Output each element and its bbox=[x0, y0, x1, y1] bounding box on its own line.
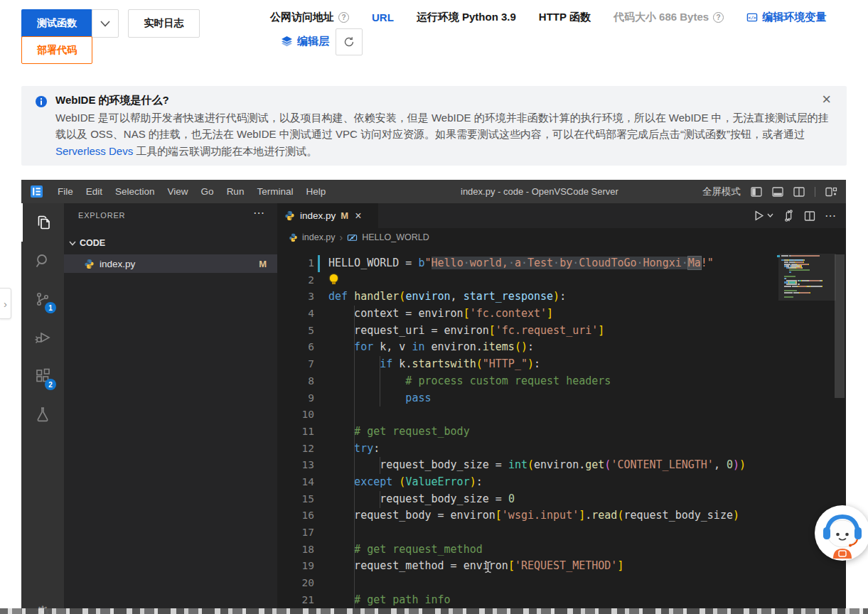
info-icon bbox=[36, 96, 47, 107]
search-icon[interactable] bbox=[21, 242, 64, 280]
line-number: 7 bbox=[277, 356, 328, 373]
tab-indexpy[interactable]: index.py M × bbox=[277, 203, 378, 228]
edit-env-vars-link[interactable]: </> 编辑环境变量 bbox=[746, 11, 826, 24]
http-function-label: HTTP 函数 bbox=[539, 11, 591, 24]
more-actions-icon[interactable]: ⋯ bbox=[253, 206, 264, 220]
line-number: 11 bbox=[277, 424, 328, 441]
line-number: 14 bbox=[277, 474, 328, 491]
code-line[interactable]: 3def handler(environ, start_response): bbox=[277, 289, 846, 306]
code-line[interactable]: 12 try: bbox=[277, 441, 846, 458]
public-url-label: 公网访问地址 bbox=[270, 11, 334, 24]
source-control-badge: 1 bbox=[45, 302, 56, 313]
code-line[interactable]: 9 pass bbox=[277, 390, 846, 407]
toggle-sidebar-icon[interactable] bbox=[751, 186, 762, 198]
titlebar: FileEditSelectionViewGoRunTerminalHelp i… bbox=[21, 180, 846, 203]
svg-text:</>: </> bbox=[749, 15, 756, 20]
menu-file[interactable]: File bbox=[51, 180, 80, 203]
breadcrumb-file[interactable]: index.py bbox=[302, 232, 336, 242]
tab-bar: index.py M × bbox=[277, 203, 846, 228]
page: 测试函数 实时日志 部署代码 公网访问地址 ? URL 运行环境 Python … bbox=[0, 0, 868, 614]
explorer-sidebar: EXPLORER ⋯ CODE index.py M bbox=[64, 203, 277, 614]
refresh-button[interactable] bbox=[336, 28, 363, 55]
code-line[interactable]: 13 request_body_size = int(environ.get('… bbox=[277, 457, 846, 474]
testing-icon[interactable] bbox=[21, 395, 64, 433]
split-editor-icon[interactable] bbox=[804, 210, 815, 222]
menu-terminal[interactable]: Terminal bbox=[250, 180, 299, 203]
banner-text: 工具的端云联调功能在本地进行测试。 bbox=[133, 145, 317, 157]
python-file-icon bbox=[284, 210, 295, 221]
code-line[interactable]: 7 if k.startswith("HTTP_"): bbox=[277, 356, 846, 373]
realtime-log-button[interactable]: 实时日志 bbox=[128, 9, 200, 38]
close-icon[interactable]: × bbox=[822, 90, 831, 109]
code-line[interactable]: 21 # get path info bbox=[277, 592, 846, 609]
edit-layer-link[interactable]: 编辑层 bbox=[281, 35, 329, 48]
code-line[interactable]: 6 for k, v in environ.items(): bbox=[277, 339, 846, 356]
code-editor[interactable]: 1HELLO_WORLD = b"Hello·world,·a·Test·by·… bbox=[277, 247, 846, 614]
help-icon[interactable]: ? bbox=[338, 12, 349, 23]
menu-run[interactable]: Run bbox=[220, 180, 251, 203]
minimap[interactable] bbox=[781, 255, 833, 298]
line-number: 18 bbox=[277, 542, 328, 559]
modified-badge: M bbox=[259, 259, 267, 269]
explorer-icon[interactable] bbox=[21, 203, 64, 242]
extensions-icon[interactable]: 2 bbox=[21, 357, 64, 395]
openvscode-logo-icon bbox=[31, 185, 43, 198]
chevron-down-icon bbox=[68, 239, 77, 247]
customize-layout-icon[interactable] bbox=[825, 186, 837, 198]
refresh-icon bbox=[343, 36, 355, 48]
editor-group: index.py M × bbox=[277, 203, 846, 614]
lightbulb-icon[interactable] bbox=[330, 274, 338, 282]
deploy-code-button[interactable]: 部署代码 bbox=[21, 36, 92, 64]
code-line[interactable]: 5 request_uri = environ['fc.request_uri'… bbox=[277, 323, 846, 340]
code-line[interactable]: 8 # process custom request headers bbox=[277, 373, 846, 390]
run-button[interactable] bbox=[753, 210, 773, 222]
code-line[interactable]: 11 # get request_body bbox=[277, 424, 846, 441]
customer-service-mascot[interactable] bbox=[815, 505, 868, 561]
explorer-header: EXPLORER bbox=[78, 211, 125, 220]
code-line[interactable]: 10 bbox=[277, 406, 846, 424]
serverless-devs-link[interactable]: Serverless Devs bbox=[55, 145, 133, 157]
tree-section-code[interactable]: CODE bbox=[68, 235, 273, 252]
code-line[interactable]: 15 request_body_size = 0 bbox=[277, 491, 846, 508]
divider bbox=[815, 187, 815, 197]
test-function-dropdown[interactable] bbox=[92, 9, 119, 38]
help-icon[interactable]: ? bbox=[713, 12, 724, 23]
code-line[interactable]: 1HELLO_WORLD = b"Hello·world,·a·Test·by·… bbox=[277, 255, 846, 272]
code-line[interactable]: 20 bbox=[277, 575, 846, 592]
vertical-scrollbar[interactable] bbox=[835, 254, 845, 398]
chevron-down-icon bbox=[100, 21, 110, 27]
sidebar-expander-button[interactable]: › bbox=[0, 288, 11, 319]
code-line[interactable]: 16 request_body = environ['wsgi.input'].… bbox=[277, 507, 846, 524]
code-line[interactable]: 19 request_method = environ['REQUEST_MET… bbox=[277, 558, 846, 575]
code-line[interactable]: 17 bbox=[277, 524, 846, 542]
symbol-variable-icon bbox=[347, 232, 358, 243]
window-controls: 全屏模式 bbox=[702, 180, 837, 203]
menu-go[interactable]: Go bbox=[195, 180, 220, 203]
breadcrumb-symbol[interactable]: HELLO_WORLD bbox=[362, 232, 429, 242]
code-line[interactable]: 14 except (ValueError): bbox=[277, 474, 846, 491]
tab-modified-badge: M bbox=[341, 210, 348, 221]
split-editor-icon[interactable] bbox=[793, 186, 805, 198]
close-icon[interactable]: × bbox=[355, 210, 361, 222]
test-function-button[interactable]: 测试函数 bbox=[21, 9, 92, 38]
fullscreen-button[interactable]: 全屏模式 bbox=[702, 185, 741, 198]
webide-info-banner: WebIDE 的环境是什么? WebIDE 是可以帮助开发者快速进行代码测试，以… bbox=[21, 86, 847, 166]
line-number: 12 bbox=[277, 441, 328, 458]
source-control-icon[interactable]: 1 bbox=[21, 280, 64, 318]
more-actions-icon[interactable]: ⋯ bbox=[825, 209, 836, 222]
menu-selection[interactable]: Selection bbox=[109, 180, 161, 203]
run-debug-icon[interactable] bbox=[21, 318, 64, 357]
toggle-panel-icon[interactable] bbox=[772, 186, 783, 198]
menubar: FileEditSelectionViewGoRunTerminalHelp bbox=[51, 180, 332, 203]
file-item-indexpy[interactable]: index.py M bbox=[64, 254, 277, 273]
menu-help[interactable]: Help bbox=[299, 180, 332, 203]
code-line[interactable]: 2 bbox=[277, 272, 846, 289]
line-number: 9 bbox=[277, 390, 328, 407]
url-link[interactable]: URL bbox=[372, 11, 394, 23]
menu-edit[interactable]: Edit bbox=[80, 180, 109, 203]
code-line[interactable]: 4 context = environ['fc.context'] bbox=[277, 306, 846, 323]
open-changes-icon[interactable] bbox=[783, 210, 795, 222]
line-number: 1 bbox=[277, 255, 328, 272]
code-line[interactable]: 18 # get request_method bbox=[277, 542, 846, 559]
menu-view[interactable]: View bbox=[161, 180, 195, 203]
